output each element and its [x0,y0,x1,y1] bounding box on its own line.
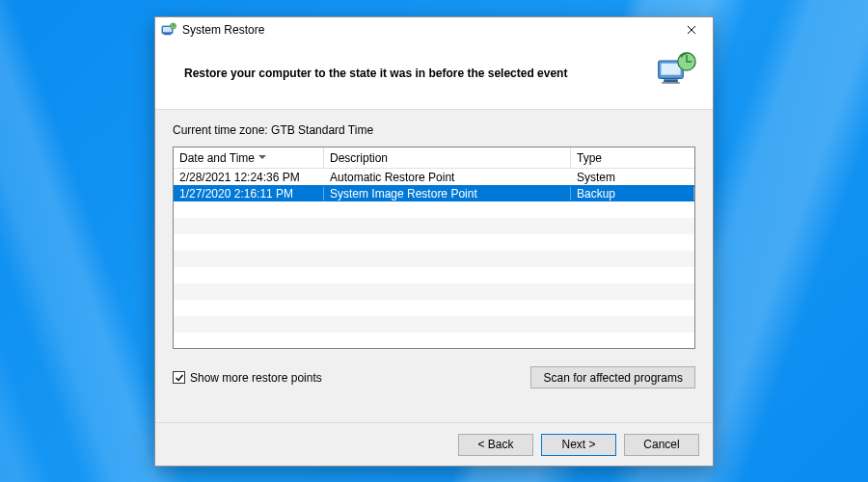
svg-rect-1 [163,27,172,32]
table-row [174,234,694,251]
show-more-checkbox[interactable]: Show more restore points [173,371,322,385]
close-button[interactable] [672,17,711,42]
table-row[interactable]: 2/28/2021 12:24:36 PMAutomatic Restore P… [174,169,694,185]
table-row [174,251,694,267]
column-header-type[interactable]: Type [571,147,694,168]
show-more-label: Show more restore points [190,371,322,385]
table-row [174,300,694,316]
under-table-row: Show more restore points Scan for affect… [173,366,695,388]
table-row[interactable]: 1/27/2020 2:16:11 PMSystem Image Restore… [174,185,694,201]
table-row [174,267,694,283]
next-button[interactable]: Next > [541,434,616,456]
cell-datetime: 1/27/2020 2:16:11 PM [174,187,324,201]
window-title: System Restore [182,23,264,37]
table-row [174,218,694,234]
sort-descending-icon [258,155,266,159]
system-restore-large-icon [655,50,697,95]
column-header-datetime[interactable]: Date and Time [174,147,324,168]
page-heading: Restore your computer to the state it wa… [184,67,655,80]
content-area: Current time zone: GTB Standard Time Dat… [155,109,713,423]
cell-type: System [571,171,694,184]
svg-rect-5 [661,64,680,75]
cancel-button[interactable]: Cancel [624,434,699,456]
header-band: Restore your computer to the state it wa… [155,42,713,109]
list-header: Date and Time Description Type [174,147,694,169]
list-body: 2/28/2021 12:24:36 PMAutomatic Restore P… [174,169,694,348]
cell-datetime: 2/28/2021 12:24:36 PM [174,171,324,184]
cell-type: Backup [571,187,694,201]
cell-description: Automatic Restore Point [324,171,571,184]
timezone-label: Current time zone: GTB Standard Time [173,123,695,137]
cell-description: System Image Restore Point [324,187,571,201]
table-row [174,201,694,218]
table-row [174,316,694,333]
column-header-description-label: Description [330,151,388,165]
table-row [174,333,694,348]
column-header-type-label: Type [577,151,602,165]
checkmark-icon [173,371,185,384]
svg-rect-7 [662,82,679,84]
footer-buttons: < Back Next > Cancel [155,423,713,466]
scan-affected-button[interactable]: Scan for affected programs [530,366,695,388]
restore-points-list[interactable]: Date and Time Description Type 2/28/2021… [173,147,695,349]
back-button[interactable]: < Back [458,434,533,456]
table-row [174,283,694,300]
system-restore-window: System Restore Restore your computer to … [154,16,714,467]
svg-rect-6 [664,79,678,82]
column-header-description[interactable]: Description [324,147,571,168]
column-header-datetime-label: Date and Time [179,151,255,165]
titlebar[interactable]: System Restore [155,17,713,42]
svg-rect-2 [164,34,171,35]
system-restore-icon [161,22,176,38]
